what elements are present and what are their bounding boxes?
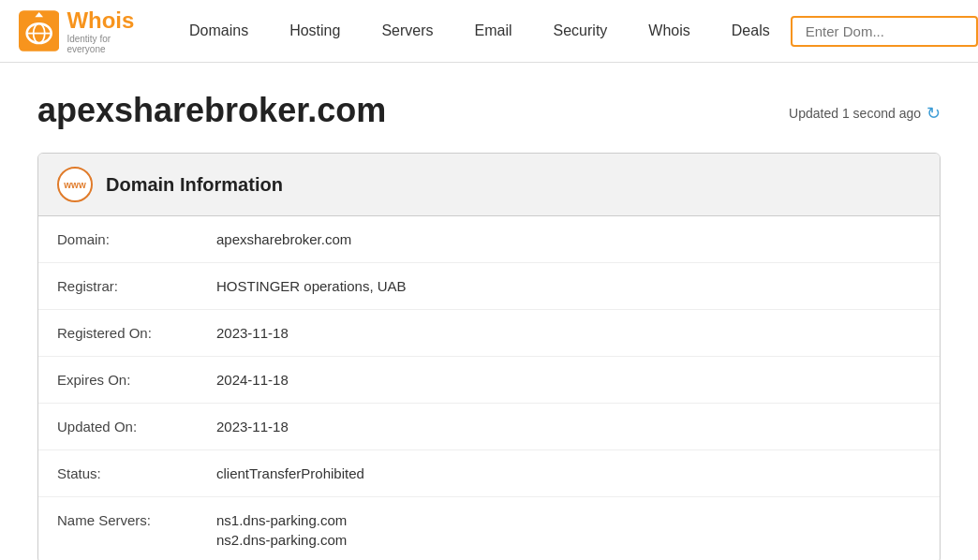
- logo[interactable]: Whois Identity for everyone: [19, 7, 141, 54]
- label-registrar: Registrar:: [57, 278, 216, 294]
- table-row: Expires On: 2024-11-18: [38, 357, 940, 404]
- value-name-servers: ns1.dns-parking.com ns2.dns-parking.com: [216, 512, 347, 548]
- logo-tagline: Identity for everyone: [67, 34, 141, 54]
- www-icon: www: [57, 167, 93, 202]
- logo-icon: [19, 7, 59, 54]
- main-nav: Domains Hosting Servers Email Security W…: [169, 0, 791, 63]
- name-server-2: ns2.dns-parking.com: [216, 532, 347, 548]
- updated-label: Updated 1 second ago: [789, 106, 921, 121]
- label-updated-on: Updated On:: [57, 419, 216, 435]
- domain-title-row: apexsharebroker.com Updated 1 second ago…: [37, 91, 941, 136]
- nav-item-servers[interactable]: Servers: [361, 0, 453, 63]
- card-header-title: Domain Information: [106, 174, 283, 196]
- table-row: Name Servers: ns1.dns-parking.com ns2.dn…: [38, 497, 940, 560]
- nav-item-email[interactable]: Email: [454, 0, 533, 63]
- table-row: Status: clientTransferProhibited: [38, 450, 940, 497]
- domain-info-card: www Domain Information Domain: apexshare…: [37, 153, 941, 560]
- nav-item-hosting[interactable]: Hosting: [269, 0, 361, 63]
- updated-info: Updated 1 second ago ↻: [789, 103, 941, 124]
- value-registrar: HOSTINGER operations, UAB: [216, 278, 407, 294]
- label-expires-on: Expires On:: [57, 372, 216, 388]
- domain-title: apexsharebroker.com: [37, 91, 386, 130]
- refresh-icon[interactable]: ↻: [926, 103, 941, 124]
- nav-item-domains[interactable]: Domains: [169, 0, 269, 63]
- nav-item-whois[interactable]: Whois: [628, 0, 710, 63]
- label-status: Status:: [57, 465, 216, 481]
- value-expires-on: 2024-11-18: [216, 372, 289, 388]
- table-row: Updated On: 2023-11-18: [38, 404, 940, 450]
- logo-whois-label: Whois: [67, 7, 141, 34]
- value-registered-on: 2023-11-18: [216, 325, 289, 341]
- value-status: clientTransferProhibited: [216, 465, 364, 481]
- label-domain: Domain:: [57, 231, 216, 247]
- nav-item-security[interactable]: Security: [533, 0, 629, 63]
- card-body: Domain: apexsharebroker.com Registrar: H…: [38, 216, 940, 560]
- table-row: Registrar: HOSTINGER operations, UAB: [38, 263, 940, 310]
- table-row: Domain: apexsharebroker.com: [38, 216, 940, 263]
- table-row: Registered On: 2023-11-18: [38, 310, 940, 357]
- value-domain: apexsharebroker.com: [216, 231, 351, 247]
- label-registered-on: Registered On:: [57, 325, 216, 341]
- header: Whois Identity for everyone Domains Host…: [0, 0, 978, 63]
- label-name-servers: Name Servers:: [57, 512, 216, 548]
- main-content: apexsharebroker.com Updated 1 second ago…: [0, 63, 978, 560]
- logo-text: Whois Identity for everyone: [67, 7, 141, 54]
- name-server-1: ns1.dns-parking.com: [216, 512, 347, 528]
- card-header: www Domain Information: [38, 154, 940, 216]
- nav-item-deals[interactable]: Deals: [711, 0, 791, 63]
- value-updated-on: 2023-11-18: [216, 419, 289, 435]
- domain-search-input[interactable]: [791, 16, 978, 47]
